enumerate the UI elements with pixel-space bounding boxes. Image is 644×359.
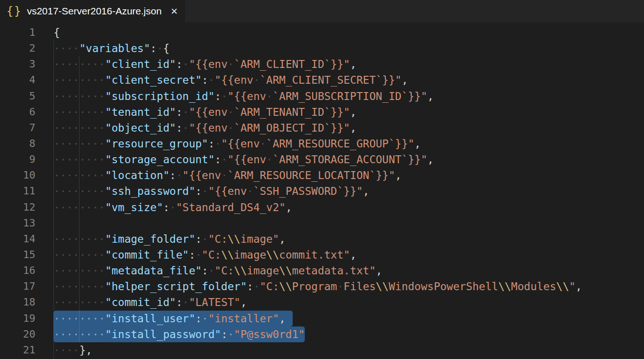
line-number[interactable]: 20: [0, 326, 54, 342]
line-number[interactable]: 9: [0, 152, 54, 167]
line-number[interactable]: 1: [0, 25, 54, 40]
tab-close-icon[interactable]: ✕: [170, 6, 178, 16]
line-number[interactable]: 4: [0, 72, 54, 88]
whitespace-dot: ·: [54, 185, 60, 197]
whitespace-dot: ·: [54, 296, 60, 308]
line-number[interactable]: 17: [0, 279, 54, 294]
text-selection: ········"install_password":·"P@ssw0rd1": [54, 326, 305, 342]
whitespace-dot: ·: [60, 265, 67, 277]
code-line[interactable]: ········"install_user":·"installer",: [54, 311, 644, 326]
code-token: "commit_id": [105, 296, 176, 308]
code-token: {: [163, 42, 169, 54]
code-line[interactable]: ········"commit_file":·"C:\\image\\commi…: [54, 247, 644, 263]
line-number[interactable]: 14: [0, 231, 54, 247]
code-line[interactable]: ········"ssh_password":·"{{env·`SSH_PASS…: [54, 183, 644, 199]
whitespace-dot: ·: [73, 185, 80, 197]
code-line[interactable]: ········"commit_id":·"LATEST",: [54, 294, 644, 310]
code-token: `ARM_CLIENT_ID`}}": [234, 58, 350, 70]
code-token: `ARM_RESOURCE_GROUP`}}": [266, 138, 415, 150]
code-line[interactable]: ········"client_id":·"{{env·`ARM_CLIENT_…: [54, 56, 644, 72]
whitespace-dot: ·: [86, 138, 92, 150]
tab-vs2017-server2016-azure[interactable]: {} vs2017-Server2016-Azure.json ✕: [0, 0, 185, 22]
whitespace-dot: ·: [79, 169, 86, 181]
whitespace-dot: ·: [169, 201, 176, 213]
tab-title: vs2017-Server2016-Azure.json: [27, 6, 162, 17]
code-line[interactable]: ········"storage_account":·"{{env·`ARM_S…: [54, 152, 644, 167]
whitespace-dot: ·: [54, 249, 60, 261]
line-number[interactable]: 7: [0, 120, 54, 136]
code-token: :: [215, 153, 221, 166]
whitespace-dot: ·: [221, 169, 228, 181]
line-number[interactable]: 21: [0, 342, 54, 358]
code-line[interactable]: [54, 215, 644, 231]
line-number[interactable]: 15: [0, 247, 54, 263]
whitespace-dot: ·: [60, 138, 67, 150]
line-number[interactable]: 18: [0, 294, 54, 310]
whitespace-dot: ·: [67, 122, 73, 134]
code-token: ,: [350, 58, 356, 70]
code-area[interactable]: {····"variables":·{········"client_id":·…: [54, 25, 644, 359]
code-line[interactable]: ········"install_password":·"P@ssw0rd1": [54, 326, 644, 342]
code-line[interactable]: ········"client_secret":·"{{env·`ARM_CLI…: [54, 72, 644, 88]
whitespace-dot: ·: [54, 106, 60, 118]
code-token: {: [54, 27, 60, 39]
code-line[interactable]: {: [54, 25, 644, 40]
whitespace-dot: ·: [67, 169, 73, 181]
editor-area[interactable]: 123456789101112131415161718192021 {····"…: [0, 22, 644, 359]
line-number[interactable]: 6: [0, 104, 54, 120]
code-token: "{{env: [221, 138, 260, 150]
whitespace-dot: ·: [79, 328, 86, 340]
line-number[interactable]: 3: [0, 56, 54, 72]
code-line[interactable]: ········"object_id":·"{{env·`ARM_OBJECT_…: [54, 120, 644, 136]
whitespace-dot: ·: [92, 138, 99, 150]
code-line[interactable]: ········"helper_script_folder":·"C:\\Pro…: [54, 279, 644, 294]
line-number[interactable]: 8: [0, 136, 54, 152]
code-token: ,: [350, 106, 356, 118]
code-line[interactable]: ········"tenant_id":·"{{env·`ARM_TENANT_…: [54, 104, 644, 120]
whitespace-dot: ·: [54, 328, 60, 340]
line-number[interactable]: 10: [0, 167, 54, 183]
line-number[interactable]: 2: [0, 40, 54, 56]
whitespace-dot: ·: [247, 185, 254, 197]
line-number[interactable]: 11: [0, 183, 54, 199]
code-token: `ARM_STORAGE_ACCOUNT`}}": [273, 153, 427, 166]
code-token: ,: [427, 153, 434, 166]
code-line[interactable]: ········"image_folder":·"C:\\image",: [54, 231, 644, 247]
code-line[interactable]: ········"resource_group":·"{{env·`ARM_RE…: [54, 136, 644, 152]
code-line[interactable]: ········"location":·"{{env·`ARM_RESOURCE…: [54, 167, 644, 183]
code-line[interactable]: ····"variables":·{: [54, 40, 644, 56]
whitespace-dot: ·: [99, 233, 105, 245]
code-line[interactable]: ········"metadata_file":·"C:\\image\\met…: [54, 263, 644, 279]
whitespace-dot: ·: [67, 185, 73, 197]
code-token: ,: [576, 280, 582, 293]
code-token: \\: [498, 280, 511, 293]
whitespace-dot: ·: [60, 249, 67, 261]
whitespace-dot: ·: [99, 328, 105, 340]
whitespace-dot: ·: [92, 122, 99, 134]
code-line[interactable]: ········"vm_size":·"Standard_DS4_v2",: [54, 199, 644, 215]
line-number[interactable]: 16: [0, 263, 54, 279]
whitespace-dot: ·: [99, 312, 105, 325]
whitespace-dot: ·: [92, 312, 99, 325]
code-line[interactable]: ····},: [54, 342, 644, 358]
whitespace-dot: ·: [92, 280, 99, 293]
code-token: :: [221, 328, 228, 340]
whitespace-dot: ·: [86, 153, 92, 166]
code-token: `ARM_SUBSCRIPTION_ID`}}": [273, 90, 427, 102]
whitespace-dot: ·: [337, 280, 343, 293]
code-token: `ARM_TENANT_ID`}}": [234, 106, 350, 118]
line-number[interactable]: 12: [0, 199, 54, 215]
whitespace-dot: ·: [60, 296, 67, 308]
code-line[interactable]: ········"subscription_id":·"{{env·`ARM_S…: [54, 88, 644, 104]
code-token: \\: [279, 280, 292, 293]
whitespace-dot: ·: [221, 153, 228, 166]
whitespace-dot: ·: [86, 122, 92, 134]
whitespace-dot: ·: [73, 90, 80, 102]
line-number[interactable]: 19: [0, 311, 54, 326]
code-token: metadata.txt": [292, 265, 376, 277]
line-number[interactable]: 13: [0, 215, 54, 231]
whitespace-dot: ·: [60, 74, 67, 86]
code-token: "{{env: [189, 58, 228, 70]
line-number[interactable]: 5: [0, 88, 54, 104]
whitespace-dot: ·: [67, 328, 73, 340]
